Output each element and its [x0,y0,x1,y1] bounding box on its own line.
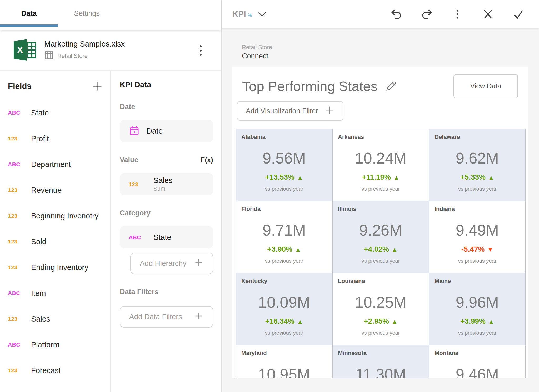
kpi-tile[interactable]: Montana9.46M [429,345,526,378]
top-toolbar: KPI % [222,0,539,28]
triangle-up-icon: ▲ [393,174,400,181]
right-panel: KPI % [222,0,539,392]
add-visualization-filter-button[interactable]: Add Visualization Filter [237,101,343,121]
kpi-tile[interactable]: Kentucky10.09M+16.34%▲vs previous year [236,273,333,345]
tile-delta: +2.95%▲ [333,317,429,325]
field-label: Forecast [31,366,61,375]
tile-caption: vs previous year [333,186,429,192]
triangle-up-icon: ▲ [392,318,398,325]
number-type-icon: 123 [8,316,26,322]
kpi-tile[interactable]: Delaware9.62M+5.33%▲vs previous year [429,129,526,201]
tile-value: 9.56M [236,149,332,167]
breadcrumb-view: Connect [242,52,539,60]
field-item[interactable]: 123Sold [8,229,103,254]
tile-state-name: Arkansas [338,134,364,140]
field-item[interactable]: 123Profit [8,126,103,151]
file-options-kebab-icon[interactable] [198,43,204,58]
field-label: Ending Inventory [31,263,88,272]
tile-delta: +11.19%▲ [333,173,429,181]
add-hierarchy-button[interactable]: Add Hierarchy [130,253,213,274]
field-item[interactable]: ABCItem [8,280,103,306]
triangle-up-icon: ▲ [295,246,301,253]
edit-title-pencil-icon[interactable] [385,80,397,93]
kpi-tile[interactable]: Maryland10.95M [236,345,333,378]
confirm-check-icon[interactable] [512,8,525,20]
kpi-tile[interactable]: Minnesota11.30M [333,345,429,378]
tile-value: 9.71M [236,221,332,239]
tile-caption: vs previous year [429,186,525,192]
kpi-tile[interactable]: Illinois9.26M+4.02%▲vs previous year [333,201,429,273]
tile-value: 9.46M [429,365,525,378]
breadcrumb-workspace: Retail Store [242,44,539,51]
field-item[interactable]: 123Revenue [8,177,103,203]
field-item[interactable]: ABCDepartment [8,151,103,177]
kpi-tile[interactable]: Louisiana10.25M+2.95%▲vs previous year [333,273,429,345]
number-type-icon: 123 [8,238,26,245]
field-item[interactable]: ABCPlatform [8,332,103,358]
tile-delta: +3.90%▲ [236,245,332,253]
chart-type-selector[interactable]: KPI % [232,9,266,19]
category-field-chip[interactable]: ABC State [120,226,213,248]
fields-panel: Fields ABCState123ProfitABCDepartment123… [0,71,111,392]
more-options-kebab-icon[interactable] [451,8,463,20]
field-label: Item [31,289,46,298]
date-field-name: Date [147,127,163,135]
add-data-filters-button[interactable]: Add Data Filters [120,306,213,328]
field-item[interactable]: 123Beginning Invenotry [8,203,103,229]
number-type-icon: 123 [8,367,26,374]
kpi-tile[interactable]: Florida9.71M+3.90%▲vs previous year [236,201,333,273]
number-type-icon: 123 [8,264,26,271]
value-field-chip[interactable]: 123 Sales Sum [120,173,213,195]
text-type-icon: ABC [8,161,26,167]
tile-delta: +13.53%▲ [236,173,332,181]
field-item[interactable]: ABCState [8,100,103,126]
data-source-row[interactable]: X Marketing Samples.xlsx Retail Store [0,30,221,71]
kpi-percent-symbol: % [248,12,252,18]
tab-settings[interactable]: Settings [58,0,116,27]
date-field-chip[interactable]: Date [120,120,213,142]
tile-state-name: Illinois [338,206,356,212]
kpi-tile[interactable]: Alabama9.56M+13.53%▲vs previous year [236,129,333,201]
data-filters-section-label: Data Filters [120,288,213,296]
tile-delta: +3.99%▲ [429,317,525,325]
tile-state-name: Kentucky [241,278,267,284]
field-item[interactable]: 123Ending Inventory [8,254,103,280]
field-item[interactable]: 123Forecast [8,358,103,383]
function-fx-button[interactable]: F(x) [201,156,213,164]
left-panel: Data Settings X Marketing Samples.xlsx [0,0,222,392]
number-type-icon: 123 [8,213,26,219]
plus-icon [194,311,204,323]
breadcrumb: Retail Store Connect [242,44,539,60]
redo-icon[interactable] [421,8,433,20]
undo-icon[interactable] [390,8,402,20]
field-label: Sold [31,237,46,246]
tile-state-name: Maine [435,278,451,284]
value-aggregate: Sum [153,185,173,192]
tile-value: 9.26M [333,221,429,239]
triangle-up-icon: ▲ [297,174,303,181]
add-field-plus-icon[interactable] [91,80,103,92]
kpi-grid: Alabama9.56M+13.53%▲vs previous yearArka… [236,129,525,378]
table-name: Retail Store [57,53,88,59]
close-icon[interactable] [482,8,494,20]
kpi-tile[interactable]: Arkansas10.24M+11.19%▲vs previous year [333,129,429,201]
kpi-tile[interactable]: Indiana9.49M-5.47%▼vs previous year [429,201,526,273]
chevron-down-icon [258,12,266,17]
tile-state-name: Maryland [241,350,267,357]
tab-data[interactable]: Data [0,0,58,27]
tile-value: 9.49M [429,221,525,239]
kpi-data-panel: KPI Data Date Date Value F(x) 123 [111,71,221,392]
view-data-button[interactable]: View Data [453,74,518,98]
field-item[interactable]: 123Sales [8,306,103,332]
tile-value: 10.95M [236,365,332,378]
table-icon [44,50,54,62]
tile-delta: +16.34%▲ [236,317,332,325]
kpi-tile[interactable]: Maine9.96M+3.99%▲vs previous year [429,273,526,345]
field-label: Sales [31,315,50,323]
active-tab-underline [0,24,58,27]
text-type-icon: ABC [8,342,26,348]
fields-title: Fields [8,82,32,91]
tile-caption: vs previous year [236,186,332,192]
tile-state-name: Delaware [435,134,460,140]
tile-value: 11.30M [333,365,429,378]
